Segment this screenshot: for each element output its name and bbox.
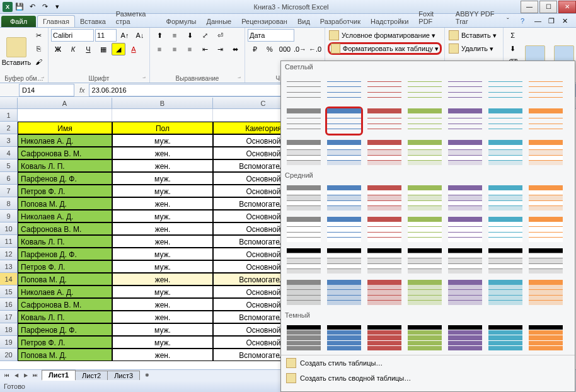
row-header[interactable]: 4 xyxy=(0,147,18,159)
row-header[interactable]: 1 xyxy=(0,109,18,122)
cell[interactable]: Парфенов Д. Ф. xyxy=(18,172,112,185)
align-right-button[interactable]: ≡ xyxy=(183,43,197,55)
qat-undo-button[interactable]: ↶ xyxy=(26,1,38,13)
table-style-option[interactable] xyxy=(527,215,565,244)
currency-button[interactable]: ₽ xyxy=(248,43,262,55)
tab-view[interactable]: Вид xyxy=(292,16,315,27)
italic-button[interactable]: К xyxy=(66,43,80,55)
table-style-option[interactable] xyxy=(406,75,444,104)
new-table-style-button[interactable]: Создать стиль таблицы… xyxy=(281,355,575,371)
doc-restore-icon[interactable]: ❐ xyxy=(548,17,558,27)
cell[interactable]: Коваль Л. П. xyxy=(18,235,112,248)
table-style-option[interactable] xyxy=(325,183,363,212)
cell[interactable]: жен. xyxy=(112,298,213,311)
select-all-corner[interactable] xyxy=(0,98,18,108)
minimize-ribbon-icon[interactable]: ˇ xyxy=(507,17,517,27)
merge-cells-button[interactable]: ⬌ xyxy=(228,43,242,55)
font-size-combo[interactable] xyxy=(95,29,117,42)
table-style-option[interactable] xyxy=(406,138,444,167)
table-style-option[interactable] xyxy=(527,138,565,167)
file-tab[interactable]: Файл xyxy=(1,16,36,27)
tab-insert[interactable]: Вставка xyxy=(75,16,111,27)
row-header[interactable]: 18 xyxy=(0,323,18,336)
row-header[interactable]: 13 xyxy=(0,260,18,273)
table-style-option[interactable] xyxy=(487,323,524,352)
table-style-option[interactable] xyxy=(366,183,403,212)
autosum-button[interactable]: Σ xyxy=(506,29,520,42)
table-style-option[interactable] xyxy=(527,75,565,104)
row-header[interactable]: 2 xyxy=(0,122,18,134)
table-style-option[interactable] xyxy=(527,107,565,135)
orientation-button[interactable]: ⤢ xyxy=(198,29,212,42)
cell[interactable]: Попова М. Д. xyxy=(18,197,112,210)
row-header[interactable]: 6 xyxy=(0,172,18,185)
table-style-option[interactable] xyxy=(446,75,484,104)
cell[interactable]: Попова М. Д. xyxy=(18,349,112,361)
table-style-option[interactable] xyxy=(285,138,323,167)
align-center-button[interactable]: ≡ xyxy=(168,43,181,55)
table-style-option[interactable] xyxy=(487,107,524,135)
table-style-option[interactable] xyxy=(325,278,363,307)
cell[interactable]: муж. xyxy=(112,134,213,147)
cell[interactable]: Петров Ф. Л. xyxy=(18,336,112,349)
header-cell[interactable]: Имя xyxy=(18,122,112,134)
table-style-option[interactable] xyxy=(406,183,444,212)
cell[interactable]: Сафронова В. М. xyxy=(18,222,112,235)
conditional-formatting-button[interactable]: Условное форматирование ▾ xyxy=(328,29,442,42)
table-style-option[interactable] xyxy=(366,138,403,167)
cell[interactable]: Николаев А. Д. xyxy=(18,210,112,222)
cell[interactable] xyxy=(18,109,112,122)
comma-button[interactable]: 000 xyxy=(278,43,292,55)
cell[interactable]: жен. xyxy=(112,147,213,159)
tab-foxit-pdf[interactable]: Foxit PDF xyxy=(413,8,451,27)
table-style-option[interactable] xyxy=(366,215,403,244)
sheet-nav-first[interactable]: ⏮ xyxy=(3,371,11,380)
tab-page-layout[interactable]: Разметка стра xyxy=(111,8,161,27)
header-cell[interactable]: Пол xyxy=(112,122,213,134)
tab-addins[interactable]: Надстройки xyxy=(366,16,413,27)
tab-formulas[interactable]: Формулы xyxy=(161,16,202,27)
cell[interactable]: Парфенов Д. Ф. xyxy=(18,323,112,336)
tab-abbyy-pdf[interactable]: ABBYY PDF Trar xyxy=(451,8,507,27)
increase-font-button[interactable]: A↑ xyxy=(118,29,132,42)
table-style-option[interactable] xyxy=(446,107,484,135)
table-style-option[interactable] xyxy=(487,246,524,275)
cell[interactable]: Петров Ф. Л. xyxy=(18,185,112,197)
table-style-option[interactable] xyxy=(325,138,363,167)
decrease-font-button[interactable]: A↓ xyxy=(133,29,147,42)
table-style-option[interactable] xyxy=(487,215,524,244)
table-style-option[interactable] xyxy=(446,183,484,212)
percent-button[interactable]: % xyxy=(263,43,277,55)
paste-button[interactable]: Вставить xyxy=(3,29,30,74)
table-style-option[interactable] xyxy=(446,246,484,275)
fill-color-button[interactable]: ◢ xyxy=(112,43,125,55)
table-style-option[interactable] xyxy=(406,215,444,244)
help-icon[interactable]: ? xyxy=(521,17,531,27)
cell[interactable]: Коваль Л. П. xyxy=(18,311,112,323)
cut-button[interactable]: ✂ xyxy=(32,29,45,42)
new-sheet-button[interactable]: ✱ xyxy=(142,371,151,380)
column-header-a[interactable]: A xyxy=(18,98,112,108)
tab-data[interactable]: Данные xyxy=(201,16,236,27)
table-style-option[interactable] xyxy=(285,75,323,104)
table-style-option[interactable] xyxy=(527,323,565,352)
cell[interactable]: муж. xyxy=(112,172,213,185)
cell[interactable]: Сафронова В. М. xyxy=(18,147,112,159)
cell[interactable]: муж. xyxy=(112,323,213,336)
table-style-option[interactable] xyxy=(487,138,524,167)
row-header[interactable]: 11 xyxy=(0,235,18,248)
copy-button[interactable]: ⎘ xyxy=(32,42,45,55)
doc-minimize-icon[interactable]: — xyxy=(534,17,544,27)
row-header[interactable]: 16 xyxy=(0,298,18,311)
tab-review[interactable]: Рецензирован xyxy=(236,16,292,27)
qat-redo-button[interactable]: ↷ xyxy=(39,1,50,13)
table-style-option[interactable] xyxy=(446,138,484,167)
minimize-button[interactable]: — xyxy=(521,1,538,13)
table-style-option[interactable] xyxy=(325,323,363,352)
maximize-button[interactable]: ☐ xyxy=(539,1,557,13)
cell[interactable]: жен. xyxy=(112,235,213,248)
cell[interactable]: жен. xyxy=(112,197,213,210)
tab-home[interactable]: Главная xyxy=(37,15,75,27)
format-as-table-button[interactable]: Форматировать как таблицу ▾ xyxy=(328,42,442,55)
table-style-option[interactable] xyxy=(406,107,444,135)
